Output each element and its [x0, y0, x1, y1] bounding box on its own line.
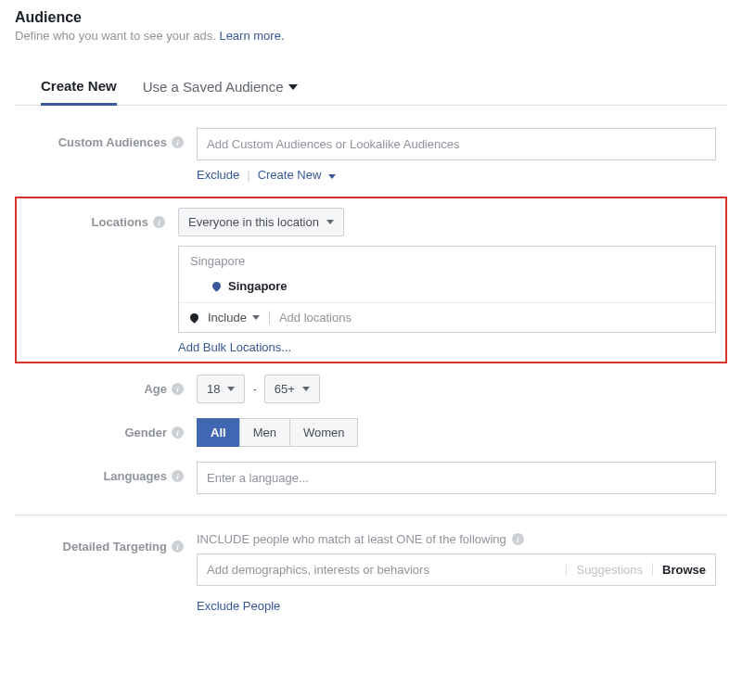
info-icon[interactable]: i	[172, 541, 184, 553]
age-max-dropdown[interactable]: 65+	[264, 375, 320, 403]
custom-audiences-input[interactable]	[197, 128, 716, 160]
row-gender: Gender i All Men Women	[15, 418, 727, 447]
gender-all-button[interactable]: All	[197, 418, 240, 447]
create-new-link[interactable]: Create New	[258, 168, 336, 182]
add-locations-input[interactable]	[269, 311, 704, 325]
detailed-targeting-box: Suggestions Browse	[197, 554, 716, 586]
label-languages: Languages i	[30, 462, 197, 483]
location-group-label: Singapore	[179, 247, 715, 272]
info-icon[interactable]: i	[512, 533, 524, 545]
location-item[interactable]: Singapore	[179, 272, 715, 302]
languages-input[interactable]	[197, 462, 716, 494]
chevron-down-icon	[227, 387, 235, 391]
chevron-down-icon	[288, 84, 298, 90]
page-title: Audience	[15, 9, 727, 26]
info-icon[interactable]: i	[172, 470, 184, 482]
info-icon[interactable]: i	[172, 136, 184, 148]
gender-men-button[interactable]: Men	[239, 418, 290, 447]
header: Audience Define who you want to see your…	[15, 9, 727, 43]
location-include-row: Include	[179, 302, 715, 332]
detailed-include-heading: INCLUDE people who match at least ONE of…	[197, 532, 716, 546]
info-icon[interactable]: i	[172, 383, 184, 395]
label-detailed-targeting: Detailed Targeting i	[30, 532, 197, 554]
gender-women-button[interactable]: Women	[289, 418, 359, 447]
row-languages: Languages i	[15, 462, 727, 494]
chevron-down-icon	[326, 220, 334, 224]
add-bulk-locations-link[interactable]: Add Bulk Locations...	[178, 340, 716, 354]
age-separator: -	[252, 382, 256, 396]
info-icon[interactable]: i	[172, 426, 184, 439]
info-icon[interactable]: i	[153, 216, 165, 228]
pin-icon	[188, 312, 200, 324]
locations-highlight: Locations i Everyone in this location Si…	[15, 197, 727, 363]
exclude-link[interactable]: Exclude	[197, 168, 239, 182]
chevron-down-icon	[302, 387, 310, 391]
locations-box: Singapore Singapore Include	[178, 246, 716, 333]
chevron-down-icon	[252, 315, 260, 320]
tabs: Create New Use a Saved Audience	[15, 69, 727, 106]
label-age: Age i	[30, 375, 197, 396]
row-custom-audiences: Custom Audiences i Exclude | Create New	[15, 128, 727, 182]
pin-icon	[211, 280, 223, 292]
tab-saved-audience[interactable]: Use a Saved Audience	[143, 69, 299, 105]
tab-create-new[interactable]: Create New	[41, 69, 117, 106]
detailed-targeting-input[interactable]	[198, 554, 566, 585]
row-detailed-targeting: Detailed Targeting i INCLUDE people who …	[15, 532, 727, 613]
learn-more-link[interactable]: Learn more.	[219, 29, 284, 43]
include-dropdown[interactable]: Include	[208, 311, 260, 325]
label-gender: Gender i	[30, 418, 197, 439]
exclude-people-link[interactable]: Exclude People	[197, 599, 280, 613]
row-age: Age i 18 - 65+	[15, 375, 727, 403]
suggestions-button[interactable]: Suggestions	[566, 563, 652, 577]
gender-button-group: All Men Women	[197, 418, 358, 447]
label-locations: Locations i	[26, 208, 178, 229]
label-custom-audiences: Custom Audiences i	[30, 128, 197, 149]
divider	[15, 515, 727, 515]
page-subtitle: Define who you want to see your ads. Lea…	[15, 29, 727, 43]
chevron-down-icon	[328, 174, 336, 179]
location-scope-dropdown[interactable]: Everyone in this location	[178, 208, 344, 236]
age-min-dropdown[interactable]: 18	[197, 375, 245, 403]
browse-button[interactable]: Browse	[652, 563, 706, 577]
